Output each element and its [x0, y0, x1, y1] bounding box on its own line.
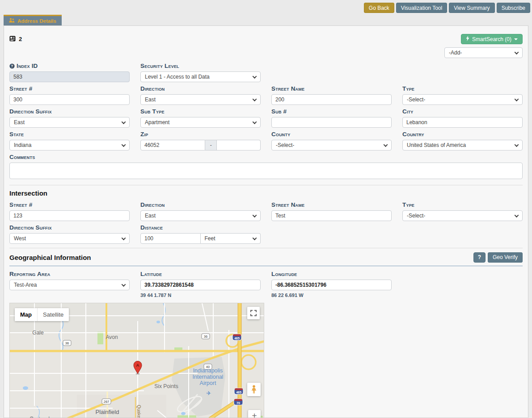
field-reporting-area: Reporting Area Test-Area: [9, 271, 130, 298]
field-direction-suffix: Direction Suffix East: [9, 108, 130, 128]
smartsearch-button[interactable]: SmartSearch (0): [461, 34, 523, 44]
in267-shield: 267: [102, 399, 111, 404]
distance-unit-select[interactable]: Feet: [201, 233, 261, 244]
chevron-down-icon: [253, 74, 257, 79]
svg-text:International: International: [193, 374, 224, 380]
chevron-down-icon: [253, 236, 257, 240]
map-button[interactable]: Map: [15, 308, 37, 321]
city-input[interactable]: [402, 117, 523, 128]
add-dropdown[interactable]: -Add-: [444, 47, 523, 58]
field-country: Country United States of America: [402, 131, 523, 150]
zoom-in-button[interactable]: +: [248, 410, 261, 418]
field-int-street-name: Street Name: [271, 201, 392, 221]
record-count: 2: [19, 36, 22, 42]
country-select[interactable]: United States of America: [402, 140, 523, 150]
i465-shield: 465: [232, 334, 241, 340]
map-label-six-points: Six Points: [154, 383, 178, 389]
longitude-dms: 86 22 6.691 W: [271, 293, 392, 298]
address-details-panel: 2 SmartSearch (0) -Add- ? Index ID Secur…: [4, 25, 528, 418]
field-latitude: Latitude 39 44 1.787 N: [140, 271, 261, 298]
field-int-type: Type -Select-: [402, 201, 523, 221]
map-label-plainfield: Plainfield: [96, 409, 119, 415]
tab-address-details[interactable]: Address Details: [4, 15, 62, 25]
i465-shield: 465: [234, 388, 243, 394]
chevron-down-icon: [515, 213, 519, 217]
field-type: Type -Select-: [402, 85, 523, 105]
chevron-down-icon: [253, 97, 257, 101]
direction-suffix-select[interactable]: East: [9, 117, 130, 128]
security-level-select[interactable]: Level 1 - Access to all Data: [140, 71, 261, 82]
field-longitude: Longitude 86 22 6.691 W: [271, 271, 392, 298]
field-int-direction: Direction East: [140, 201, 261, 221]
us36-shield: 36: [63, 340, 71, 346]
chevron-down-icon: [384, 142, 388, 147]
airplane-icon: ✈: [207, 390, 211, 397]
view-summary-button[interactable]: View Summary: [449, 3, 494, 13]
zip-input[interactable]: [140, 140, 205, 150]
divider: [9, 185, 523, 185]
zip-ext-input[interactable]: [217, 140, 261, 150]
int-direction-suffix-select[interactable]: West: [9, 233, 130, 244]
longitude-input[interactable]: [271, 280, 392, 290]
street-name-input[interactable]: [271, 94, 392, 105]
distance-input[interactable]: [140, 233, 201, 244]
add-dropdown-value: -Add-: [449, 50, 462, 56]
map-label-avon: Avon: [106, 334, 118, 340]
field-city: City: [402, 108, 523, 128]
int-direction-select[interactable]: East: [140, 210, 261, 221]
svg-text:465: 465: [234, 337, 240, 340]
geo-verify-button[interactable]: Geo Verify: [488, 252, 523, 263]
int-street-num-input[interactable]: [9, 210, 130, 221]
svg-text:?: ?: [11, 64, 13, 68]
map[interactable]: 36 36 40 40 267 465: [9, 303, 264, 418]
zip-separator: -: [205, 140, 217, 150]
int-type-select[interactable]: -Select-: [402, 210, 523, 221]
go-back-button[interactable]: Go Back: [364, 3, 394, 13]
field-sub-num: Sub #: [271, 108, 392, 128]
int-street-name-input[interactable]: [271, 210, 392, 221]
geo-header: Geographical Information ? Geo Verify: [9, 252, 523, 266]
fullscreen-button[interactable]: [247, 307, 260, 319]
latitude-input[interactable]: [140, 280, 261, 290]
street-num-input[interactable]: [9, 94, 130, 105]
visualization-tool-button[interactable]: Visualization Tool: [396, 3, 447, 13]
chevron-down-icon: [122, 282, 126, 287]
people-icon: [9, 18, 15, 24]
field-street-num: Street #: [9, 85, 130, 105]
svg-text:267: 267: [104, 400, 110, 404]
field-direction: Direction East: [140, 85, 261, 105]
map-type-control: Map Satellite: [15, 308, 69, 321]
county-select[interactable]: -Select-: [271, 140, 392, 150]
type-select[interactable]: -Select-: [402, 94, 523, 105]
reporting-area-select[interactable]: Test-Area: [9, 280, 130, 290]
sub-type-select[interactable]: Apartment: [140, 117, 261, 128]
svg-text:465: 465: [236, 391, 241, 394]
chevron-down-icon: [253, 213, 257, 217]
state-select[interactable]: Indiana: [9, 140, 130, 150]
chevron-down-icon: [122, 236, 126, 240]
subscribe-button[interactable]: Subscribe: [497, 3, 530, 13]
chevron-down-icon: [515, 50, 519, 54]
help-icon: ?: [9, 63, 15, 69]
field-zip: Zip -: [140, 131, 261, 150]
divider: [9, 248, 523, 248]
geo-help-button[interactable]: ?: [473, 252, 486, 263]
fullscreen-icon: [250, 310, 257, 316]
chevron-down-icon: [122, 142, 126, 147]
record-indicator: 2: [9, 36, 22, 43]
intersection-heading: Intersection: [9, 189, 523, 197]
sub-num-input[interactable]: [271, 117, 392, 128]
pegman-icon: [250, 385, 258, 394]
geo-heading: Geographical Information: [9, 254, 91, 261]
map-label-gale: Gale: [32, 330, 44, 336]
direction-select[interactable]: East: [140, 94, 261, 105]
chevron-down-icon: [515, 142, 519, 147]
top-toolbar: Go Back Visualization Tool View Summary …: [364, 3, 530, 13]
svg-text:A: A: [136, 363, 139, 368]
chevron-down-icon: [515, 97, 519, 101]
satellite-button[interactable]: Satellite: [37, 308, 69, 321]
pegman-control[interactable]: [247, 383, 261, 396]
us36-shield: 36: [202, 334, 210, 339]
index-id-input: [9, 71, 130, 82]
comments-textarea[interactable]: [9, 163, 523, 179]
